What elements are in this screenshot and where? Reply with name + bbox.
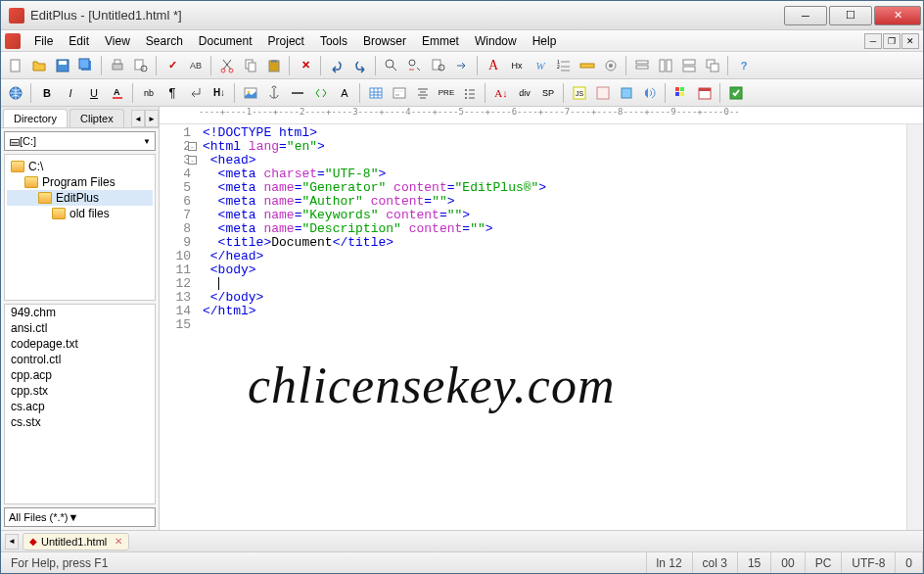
replace-button[interactable] <box>404 55 426 76</box>
file-item[interactable]: cpp.stx <box>5 383 155 399</box>
menu-window[interactable]: Window <box>467 32 525 50</box>
bold-button[interactable]: B <box>36 82 58 104</box>
find-button[interactable] <box>381 55 402 76</box>
menu-project[interactable]: Project <box>260 32 312 50</box>
fold-toggle[interactable]: - <box>188 142 197 151</box>
code-line[interactable]: <meta name="Keywords" content=""> <box>203 209 902 222</box>
new-file-button[interactable] <box>5 55 26 76</box>
document-tab[interactable]: ◆ Untitled1.html ✕ <box>23 533 129 550</box>
menu-tools[interactable]: Tools <box>312 32 355 50</box>
mdi-minimize-button[interactable]: ─ <box>864 33 882 49</box>
drive-combo[interactable]: 🖴 [C:] ▼ <box>4 131 156 151</box>
ruler-button[interactable] <box>577 55 598 76</box>
script-button[interactable]: JS <box>569 82 590 104</box>
spell-check-button[interactable]: ✓ <box>162 55 183 76</box>
tile-h-button[interactable] <box>655 55 676 76</box>
close-button[interactable]: ✕ <box>874 6 921 25</box>
tree-node[interactable]: EditPlus <box>7 190 153 206</box>
redo-button[interactable] <box>349 55 371 76</box>
list-button[interactable] <box>459 82 481 104</box>
sidebar-tab-prev-button[interactable]: ◄ <box>131 110 145 127</box>
cascade-button[interactable] <box>702 55 723 76</box>
validate-button[interactable] <box>725 82 747 104</box>
menu-edit[interactable]: Edit <box>61 32 97 50</box>
br-button[interactable] <box>185 82 207 104</box>
print-button[interactable] <box>107 55 128 76</box>
code-line[interactable]: </body> <box>203 291 902 305</box>
palette-button[interactable] <box>670 82 692 104</box>
titlebar[interactable]: EditPlus - [Untitled1.html *] ─ ☐ ✕ <box>1 1 923 30</box>
delete-button[interactable]: ✕ <box>295 55 316 76</box>
line-number-gutter[interactable]: 12-3-456789101112▶131415 <box>160 124 199 530</box>
code-line[interactable]: </head> <box>203 250 902 263</box>
form-button[interactable] <box>389 82 410 104</box>
code-line[interactable]: <html lang="en"> <box>203 140 902 154</box>
font-button[interactable]: A <box>483 55 504 76</box>
window-list-button[interactable] <box>631 55 653 76</box>
comment-button[interactable] <box>310 82 332 104</box>
code-line[interactable]: <meta name="Description" content=""> <box>203 222 902 236</box>
file-item[interactable]: 949.chm <box>5 305 155 320</box>
font-color-button[interactable]: A <box>107 82 128 104</box>
font-tag-button[interactable]: A↓ <box>490 82 512 104</box>
save-all-button[interactable] <box>75 55 97 76</box>
save-button[interactable] <box>52 55 73 76</box>
sidebar-tab-cliptext[interactable]: Cliptex <box>69 109 124 127</box>
print-preview-button[interactable] <box>130 55 152 76</box>
goto-button[interactable] <box>451 55 473 76</box>
file-item[interactable]: control.ctl <box>5 352 155 367</box>
div-button[interactable]: div <box>514 82 535 104</box>
italic-button[interactable]: I <box>60 82 81 104</box>
menu-browser[interactable]: Browser <box>355 32 414 50</box>
file-list[interactable]: 949.chmansi.ctlcodepage.txtcontrol.ctlcp… <box>4 304 156 504</box>
sidebar-tab-next-button[interactable]: ► <box>145 110 159 127</box>
span-button[interactable]: SP <box>537 82 559 104</box>
code-line[interactable]: <head> <box>203 154 902 167</box>
underline-button[interactable]: U <box>83 82 105 104</box>
char-button[interactable]: A <box>334 82 355 104</box>
code-line[interactable]: <meta name="Author" content=""> <box>203 195 902 209</box>
cut-button[interactable] <box>216 55 238 76</box>
center-button[interactable] <box>412 82 434 104</box>
status-linebreak[interactable]: PC <box>806 552 843 573</box>
mdi-close-button[interactable]: ✕ <box>901 33 919 49</box>
close-tab-button[interactable]: ✕ <box>115 536 122 547</box>
directory-tree[interactable]: C:\Program FilesEditPlusold files <box>4 154 156 301</box>
file-item[interactable]: ansi.ctl <box>5 320 155 336</box>
maximize-button[interactable]: ☐ <box>829 6 872 25</box>
tile-v-button[interactable] <box>678 55 700 76</box>
pre-button[interactable]: PRE <box>436 82 457 104</box>
nbsp-button[interactable]: nb <box>138 82 160 104</box>
applet-button[interactable] <box>592 82 614 104</box>
anchor-button[interactable] <box>263 82 285 104</box>
paste-button[interactable] <box>263 55 285 76</box>
file-item[interactable]: cpp.acp <box>5 367 155 383</box>
hr-button[interactable] <box>287 82 308 104</box>
menu-file[interactable]: File <box>26 32 61 50</box>
code-editor[interactable]: chlicensekey.com <!DOCTYPE html><html la… <box>199 124 906 530</box>
word-wrap-button[interactable]: W <box>530 55 551 76</box>
preferences-button[interactable] <box>600 55 622 76</box>
code-line[interactable]: <title>Document</title> <box>203 236 902 250</box>
minimize-button[interactable]: ─ <box>784 6 827 25</box>
vertical-scrollbar[interactable] <box>906 124 923 530</box>
tree-node[interactable]: Program Files <box>7 174 153 190</box>
code-line[interactable]: <meta name="Generator" content="EditPlus… <box>203 181 902 195</box>
line-number-button[interactable]: 12 <box>553 55 575 76</box>
tree-node[interactable]: old files <box>7 206 153 221</box>
mdi-restore-button[interactable]: ❐ <box>883 33 901 49</box>
code-line[interactable]: <body> <box>203 263 902 277</box>
menu-search[interactable]: Search <box>138 32 191 50</box>
sidebar-tab-directory[interactable]: Directory <box>3 109 68 127</box>
menu-help[interactable]: Help <box>525 32 565 50</box>
hex-button[interactable]: Hx <box>506 55 528 76</box>
file-filter-combo[interactable]: All Files (*.*) ▼ <box>4 507 156 527</box>
code-line[interactable]: </html> <box>203 305 902 318</box>
menu-emmet[interactable]: Emmet <box>414 32 467 50</box>
object-button[interactable] <box>616 82 637 104</box>
code-line[interactable] <box>203 277 902 291</box>
file-item[interactable]: cs.acp <box>5 399 155 414</box>
spell-options-button[interactable]: AB <box>185 55 207 76</box>
doc-tab-prev-button[interactable]: ◄ <box>5 534 19 550</box>
fold-toggle[interactable]: - <box>188 156 197 165</box>
